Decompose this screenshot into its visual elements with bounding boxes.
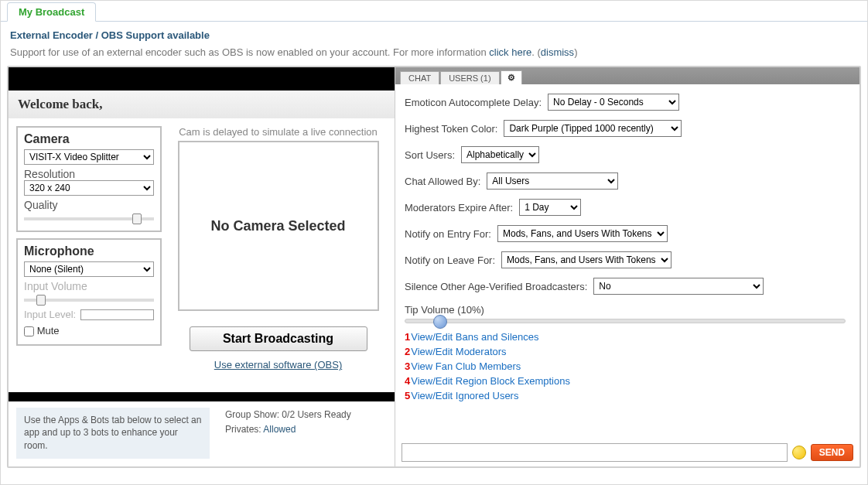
mod-expire-select[interactable]: 1 Day [519,199,581,216]
apps-bots-tip: Use the Apps & Bots tab below to select … [16,408,210,459]
input-level-meter [80,309,154,320]
status-block: Group Show: 0/2 Users Ready Privates: Al… [225,408,351,459]
notify-entry-select[interactable]: Mods, Fans, and Users With Tokens [497,225,668,242]
camera-device-select[interactable]: VISIT-X Video Splitter [24,149,154,165]
action-links: 1View/Edit Bans and Silences 2View/Edit … [405,331,846,401]
microphone-panel: Microphone None (Silent) Input Volume In… [16,238,162,346]
microphone-heading: Microphone [24,244,154,258]
notice-title: External Encoder / OBS Support available [10,28,858,43]
welcome-heading: Welcome back, [9,67,395,118]
start-broadcasting-button[interactable]: Start Broadcasting [190,326,367,351]
notify-leave-select[interactable]: Mods, Fans, and Users With Tokens [501,251,672,268]
send-button[interactable]: SEND [811,444,853,461]
emoji-icon[interactable] [792,446,806,459]
right-tab-strip: CHAT USERS (1) ⚙ [395,67,859,84]
silence-broadcasters-select[interactable]: No [593,278,764,295]
microphone-device-select[interactable]: None (Silent) [24,261,154,277]
tab-strip: My Broadcast [1,1,867,22]
notice-click-here-link[interactable]: click here [489,46,531,58]
token-color-label: Highest Token Color: [405,123,497,135]
mute-checkbox[interactable] [24,326,34,336]
broadcast-footer: Use the Apps & Bots tab below to select … [9,392,395,466]
privates-label: Privates: [225,424,263,435]
link-fan-club[interactable]: 3View Fan Club Members [405,360,846,372]
gear-icon: ⚙ [507,73,515,82]
privates-link[interactable]: Allowed [263,424,296,435]
camera-heading: Camera [24,132,154,146]
emoticon-delay-select[interactable]: No Delay - 0 Seconds [548,94,679,111]
content-frame: Welcome back, Camera VISIT-X Video Split… [7,66,861,468]
settings-pane[interactable]: Emoticon Autocomplete Delay: No Delay - … [395,84,859,439]
notice-dismiss-link[interactable]: dismiss [541,46,574,58]
tip-volume-label: Tip Volume (10%) [405,304,846,316]
link-ignored-users[interactable]: 5View/Edit Ignored Users [405,390,846,401]
tab-my-broadcast[interactable]: My Broadcast [7,2,96,22]
mute-label: Mute [37,325,60,336]
resolution-select[interactable]: 320 x 240 [24,180,154,196]
chat-input-row: SEND [395,439,859,466]
quality-label: Quality [24,199,154,211]
notice-body: Support for use of an external encoder s… [10,46,489,58]
resolution-label: Resolution [24,168,154,180]
input-volume-slider [24,299,154,302]
link-bans-silences[interactable]: 1View/Edit Bans and Silences [405,331,846,343]
notice-bar: External Encoder / OBS Support available… [1,22,867,66]
chat-allowed-label: Chat Allowed By: [405,176,480,187]
emoticon-delay-label: Emoticon Autocomplete Delay: [405,97,542,108]
sort-users-select[interactable]: Alphabetically [461,146,539,163]
tab-settings[interactable]: ⚙ [501,70,522,84]
link-region-block[interactable]: 4View/Edit Region Block Exemptions [405,375,846,387]
tip-volume-knob[interactable] [433,315,447,329]
tab-chat[interactable]: CHAT [400,71,439,84]
tip-volume-slider[interactable] [405,319,846,323]
mod-expire-label: Moderators Expire After: [405,202,513,213]
quality-slider[interactable] [24,217,154,220]
app-window: My Broadcast External Encoder / OBS Supp… [0,0,868,485]
chat-allowed-select[interactable]: All Users [487,172,618,190]
no-camera-text: No Camera Selected [210,218,345,234]
token-color-select[interactable]: Dark Purple (Tipped 1000 recently) [504,120,682,137]
input-level-label: Input Level: [24,309,76,320]
input-volume-label: Input Volume [24,280,154,292]
notice-text: Support for use of an external encoder s… [10,45,858,60]
preview-column: Cam is delayed to simulate a live connec… [169,126,387,384]
tab-users[interactable]: USERS (1) [440,71,499,84]
silence-broadcasters-label: Silence Other Age-Verified Broadcasters: [405,281,587,292]
link-moderators[interactable]: 2View/Edit Moderators [405,346,846,357]
notify-leave-label: Notify on Leave For: [405,254,495,266]
broadcast-body: Camera VISIT-X Video Splitter Resolution… [9,118,395,392]
camera-panel: Camera VISIT-X Video Splitter Resolution… [16,126,162,232]
chat-panel: CHAT USERS (1) ⚙ Emoticon Autocomplete D… [395,67,859,466]
chat-input[interactable] [402,443,788,462]
side-panels: Camera VISIT-X Video Splitter Resolution… [16,126,162,384]
group-show-status: Group Show: 0/2 Users Ready [225,408,351,422]
notify-entry-label: Notify on Entry For: [405,228,491,240]
camera-preview: No Camera Selected [178,141,379,311]
obs-external-link[interactable]: Use external software (OBS) [214,359,342,371]
sort-users-label: Sort Users: [405,149,455,161]
broadcast-panel: Welcome back, Camera VISIT-X Video Split… [9,67,395,466]
cam-delay-text: Cam is delayed to simulate a live connec… [179,126,378,138]
